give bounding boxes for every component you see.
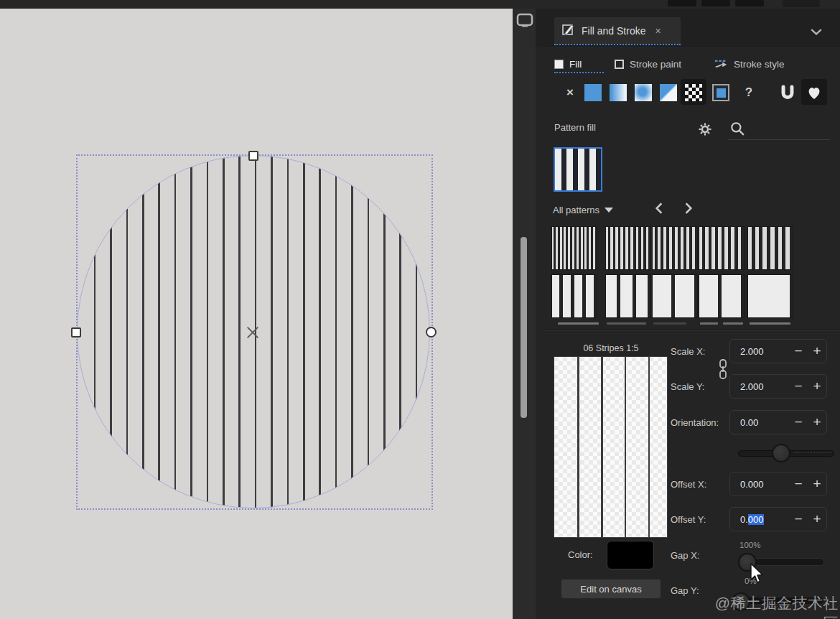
gear-icon[interactable] [698,122,712,136]
swatch-button[interactable] [711,83,730,102]
no-paint-button[interactable]: × [561,83,579,102]
link-scale-icon[interactable] [717,358,729,381]
linear-gradient-button[interactable] [609,83,627,102]
window-top-bar [0,0,840,9]
toolbar-button-partial[interactable] [735,0,764,6]
gap-y-label: Gap Y: [671,585,699,596]
pattern-color-swatch[interactable] [607,541,654,569]
close-icon[interactable]: × [655,25,661,37]
orientation-value[interactable]: 0.00 [730,417,789,428]
offset-x-spinbox: 0.000 − + [729,472,827,496]
orientation-slider-ticks [794,452,831,453]
toolbar-button-partial[interactable] [783,0,820,7]
fill-rule-nonzero-button[interactable] [805,83,823,102]
fill-rule-even-odd-button[interactable] [777,83,798,102]
gap-x-max-label: 100% [739,541,760,549]
display-mode-icon[interactable] [516,13,533,29]
fill-tab-label: Fill [569,59,582,70]
panel-separator [544,47,840,48]
scale-y-spinbox: 2.000 − + [729,374,827,399]
pattern-button[interactable] [684,83,703,102]
tab-stroke-style[interactable]: Stroke style [714,55,800,73]
fill-tab-icon [554,60,564,69]
stroke-style-tab-icon [714,58,728,70]
offset-y-label: Offset Y: [671,514,706,525]
search-icon[interactable] [729,121,745,136]
scale-y-value[interactable]: 2.000 [730,381,789,392]
watermark: @稀土掘金技术社区 [704,593,839,619]
active-tab-underline [554,44,681,45]
pattern-thumbnail[interactable] [652,274,698,318]
offset-y-increment-button[interactable]: + [808,508,826,531]
thumbnail-caption-bar [607,322,646,325]
offset-y-selected-text: 000 [748,514,764,525]
dropdown-arrow-icon [605,208,613,213]
tab-stroke-paint[interactable]: Stroke paint [615,55,699,73]
ellipse-arc-handle[interactable] [426,327,437,338]
ellipse-top-handle[interactable] [248,151,258,161]
pattern-color-label: Color: [568,549,593,560]
pattern-thumbnail[interactable] [551,226,597,270]
panel-title: Fill and Stroke [582,25,645,37]
orientation-spinbox: 0.00 − + [729,410,827,434]
next-page-icon[interactable] [683,202,695,215]
all-patterns-label: All patterns [553,205,599,215]
edit-on-canvas-button[interactable]: Edit on canvas [561,579,661,599]
tab-fill[interactable]: Fill [554,55,605,73]
pattern-thumbnail[interactable] [605,226,651,270]
scale-x-spinbox: 2.000 − + [729,339,827,363]
toolbar-button-partial[interactable] [701,0,730,6]
offset-y-value[interactable]: 0.000 [730,514,789,525]
offset-x-increment-button[interactable]: + [808,473,826,495]
current-pattern-preview[interactable] [554,147,602,192]
ellipse-left-handle[interactable] [71,327,81,338]
grid-divider [544,330,840,331]
gap-x-label: Gap X: [671,550,699,561]
tab-fill-and-stroke[interactable]: Fill and Stroke × [554,17,681,45]
stroke-style-tab-label: Stroke style [734,59,785,70]
pattern-thumbnail[interactable] [652,226,698,270]
orientation-increment-button[interactable]: + [808,411,826,434]
vertical-scrollbar-thumb[interactable] [521,237,527,418]
scale-x-value[interactable]: 2.000 [730,346,789,357]
radial-gradient-button[interactable] [634,83,653,102]
scale-x-decrement-button[interactable]: − [789,340,808,363]
offset-x-value[interactable]: 0.000 [730,479,789,490]
chevron-down-icon[interactable] [810,26,823,34]
orientation-decrement-button[interactable]: − [789,411,808,434]
pattern-thumbnail[interactable] [747,274,793,318]
unknown-paint-button[interactable]: ? [739,83,758,102]
prev-page-icon[interactable] [654,202,666,215]
offset-y-decrement-button[interactable]: − [789,508,808,531]
scale-x-increment-button[interactable]: + [808,340,826,363]
pattern-thumbnail[interactable] [747,226,793,270]
search-field-underline [728,139,830,140]
scale-y-label: Scale Y: [671,381,704,392]
scale-x-label: Scale X: [671,346,705,357]
flat-color-button[interactable] [584,83,602,102]
scale-y-decrement-button[interactable]: − [789,375,808,398]
pattern-large-preview [554,356,668,538]
pattern-thumbnail[interactable] [699,274,745,318]
orientation-slider-knob[interactable] [772,444,790,462]
scale-y-increment-button[interactable]: + [808,375,826,398]
stroke-paint-tab-label: Stroke paint [630,59,681,70]
stroke-paint-tab-icon [615,60,624,69]
offset-x-decrement-button[interactable]: − [789,473,808,495]
orientation-label: Orientation: [671,417,719,428]
thumbnail-caption-bar [558,322,599,325]
thumbnail-caption-bar [750,322,790,325]
pattern-thumbnail[interactable] [551,274,597,318]
all-patterns-dropdown[interactable]: All patterns [553,203,613,217]
drawing-canvas[interactable] [0,9,513,619]
toolbar-button-partial[interactable] [668,0,696,6]
fill-stroke-dialog-icon [561,22,577,40]
mesh-gradient-button[interactable] [659,83,678,102]
pattern-thumbnail[interactable] [699,226,745,270]
thumbnail-caption-bar [700,322,718,325]
fill-tab-underline [554,72,604,73]
pattern-fill-label: Pattern fill [554,122,596,133]
pattern-thumbnail[interactable] [605,274,651,318]
thumbnail-caption-bar [723,322,743,325]
offset-x-label: Offset X: [671,479,706,490]
